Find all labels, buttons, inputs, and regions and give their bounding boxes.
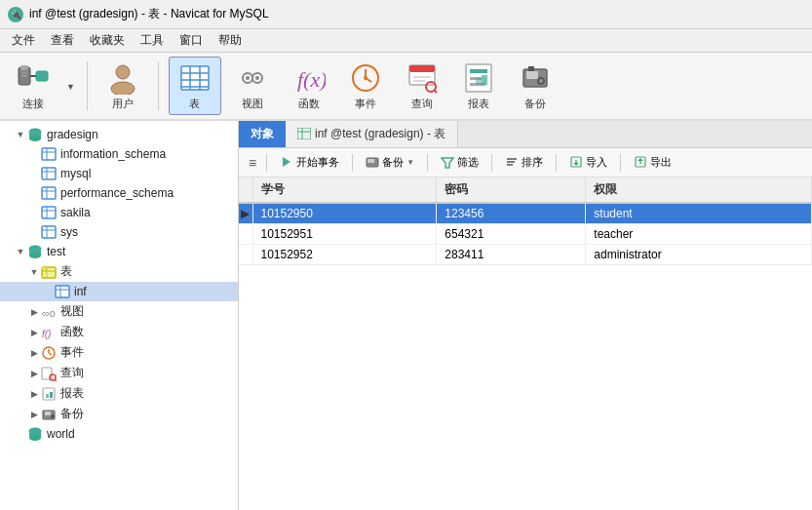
data-table: 学号 密码 权限 ▶ 10152950 123456 student 10152… — [239, 177, 812, 510]
sidebar-label-inf: inf — [74, 285, 87, 298]
toolbar-function[interactable]: f(x) 函数 — [284, 57, 334, 115]
import-label: 导入 — [586, 155, 607, 170]
svg-text:f(): f() — [42, 329, 51, 339]
menu-view[interactable]: 查看 — [43, 30, 82, 51]
table-icon-mysql — [41, 166, 57, 181]
svg-marker-89 — [283, 157, 290, 167]
svg-rect-66 — [56, 286, 69, 297]
sidebar-item-queries-folder[interactable]: ▶ 查询 — [0, 363, 238, 383]
sort-button[interactable]: 排序 — [498, 152, 550, 174]
cell-xh-2: 10152951 — [252, 224, 437, 245]
table-icon-sys — [41, 224, 57, 240]
toolbar-connect-dropdown[interactable]: ▼ — [64, 77, 77, 97]
function-icon: f(x) — [291, 60, 327, 95]
toolbar-table[interactable]: 表 — [169, 57, 221, 115]
table-icon-info — [41, 146, 57, 162]
sidebar-item-reports-folder[interactable]: ▶ 报表 — [0, 383, 238, 404]
arrow-events: ▶ — [27, 348, 41, 358]
report-label: 报表 — [468, 97, 489, 111]
begin-transaction-button[interactable]: 开始事务 — [273, 152, 346, 174]
connect-icon — [16, 60, 51, 95]
table-row[interactable]: 10152951 654321 teacher — [239, 224, 812, 245]
tab-content[interactable]: inf @test (gradesign) - 表 — [286, 121, 458, 147]
cell-qx-1: student — [586, 203, 812, 224]
svg-point-18 — [255, 76, 259, 80]
svg-marker-101 — [638, 158, 643, 161]
sidebar-item-views-folder[interactable]: ▶ ∞o 视图 — [0, 301, 238, 322]
folder-table-icon — [41, 264, 57, 280]
svg-line-76 — [55, 379, 57, 381]
action-sep-3 — [427, 154, 428, 172]
import-button[interactable]: 导入 — [562, 152, 614, 174]
backup-dropdown-icon[interactable]: ▼ — [406, 158, 414, 167]
tab-object[interactable]: 对象 — [239, 121, 286, 147]
arrow-tables: ▼ — [27, 267, 41, 277]
toolbar-view[interactable]: 视图 — [227, 57, 278, 115]
menu-tools[interactable]: 工具 — [133, 30, 172, 51]
arrow-test: ▼ — [14, 247, 27, 256]
sort-icon — [505, 155, 519, 171]
toolbar-connect[interactable]: 连接 — [8, 57, 58, 115]
window-title: inf @test (gradesign) - 表 - Navicat for … — [29, 6, 269, 22]
sidebar-label-mysql: mysql — [60, 167, 91, 180]
menu-favorites[interactable]: 收藏夹 — [82, 30, 133, 51]
sidebar-item-events-folder[interactable]: ▶ 事件 — [0, 342, 238, 363]
sidebar-item-functions-folder[interactable]: ▶ f() 函数 — [0, 322, 238, 342]
folder-backup-icon — [41, 407, 57, 422]
sidebar-item-inf[interactable]: inf — [0, 282, 238, 301]
sidebar-item-backups-folder[interactable]: ▶ 备份 — [0, 404, 238, 424]
menu-file[interactable]: 文件 — [4, 30, 43, 51]
svg-rect-79 — [46, 394, 49, 398]
svg-rect-53 — [42, 207, 56, 218]
backup-button[interactable]: 备份 ▼ — [359, 152, 421, 174]
filter-button[interactable]: 筛选 — [434, 152, 485, 174]
sidebar-item-world[interactable]: world — [0, 424, 238, 444]
sidebar-label-sakila: sakila — [60, 206, 91, 219]
svg-rect-25 — [409, 65, 435, 72]
sidebar-label-test: test — [47, 245, 65, 258]
sidebar-label-world: world — [47, 427, 75, 441]
toolbar-report[interactable]: 报表 — [453, 57, 504, 115]
toolbar-event[interactable]: 事件 — [340, 57, 391, 115]
export-button[interactable]: 导出 — [627, 152, 678, 174]
svg-text:f(x): f(x) — [297, 67, 326, 92]
sidebar-item-information-schema[interactable]: information_schema — [0, 144, 238, 164]
export-label: 导出 — [650, 155, 672, 170]
svg-rect-50 — [42, 187, 56, 199]
folder-func-icon: f() — [41, 325, 57, 340]
menu-help[interactable]: 帮助 — [211, 30, 250, 51]
sidebar-label-functions: 函数 — [60, 324, 84, 340]
table-label: 表 — [189, 97, 200, 111]
action-bar: ≡ 开始事务 备份 ▼ 筛选 — [239, 148, 812, 177]
sidebar-item-sakila[interactable]: sakila — [0, 203, 238, 222]
toolbar-backup[interactable]: 备份 — [510, 57, 561, 115]
cell-qx-2: teacher — [586, 224, 812, 245]
event-label: 事件 — [355, 97, 376, 111]
svg-rect-3 — [36, 71, 48, 81]
table-row[interactable]: 10152952 283411 administrator — [239, 245, 812, 265]
db-icon-world — [27, 426, 43, 442]
header-col-mm: 密码 — [437, 177, 586, 203]
menu-hamburger-icon[interactable]: ≡ — [245, 153, 260, 173]
sidebar-item-test[interactable]: ▼ test — [0, 242, 238, 261]
sidebar-item-tables-folder[interactable]: ▼ 表 — [0, 261, 238, 282]
toolbar-query[interactable]: 查询 — [397, 57, 447, 115]
table-row[interactable]: ▶ 10152950 123456 student — [239, 203, 812, 224]
svg-rect-56 — [42, 226, 56, 238]
svg-point-39 — [539, 79, 543, 83]
svg-rect-47 — [42, 168, 56, 179]
sort-label: 排序 — [522, 155, 543, 170]
svg-line-29 — [434, 90, 437, 93]
svg-rect-91 — [367, 159, 374, 163]
sidebar-item-gradesign[interactable]: ▼ gradesign — [0, 125, 238, 144]
sidebar-item-sys[interactable]: sys — [0, 222, 238, 242]
sidebar-item-performance-schema[interactable]: performance_schema — [0, 183, 238, 203]
svg-rect-1 — [20, 65, 28, 69]
sidebar-item-mysql[interactable]: mysql — [0, 164, 238, 183]
sidebar: ▼ gradesign information_schema mysql — [0, 121, 239, 510]
content-area: 对象 inf @test (gradesign) - 表 ≡ 开始事务 — [239, 121, 812, 510]
toolbar-user[interactable]: 用户 — [97, 57, 148, 115]
title-bar: 🔌 inf @test (gradesign) - 表 - Navicat fo… — [0, 0, 812, 29]
header-arrow-col — [239, 177, 252, 203]
menu-window[interactable]: 窗口 — [172, 30, 211, 51]
